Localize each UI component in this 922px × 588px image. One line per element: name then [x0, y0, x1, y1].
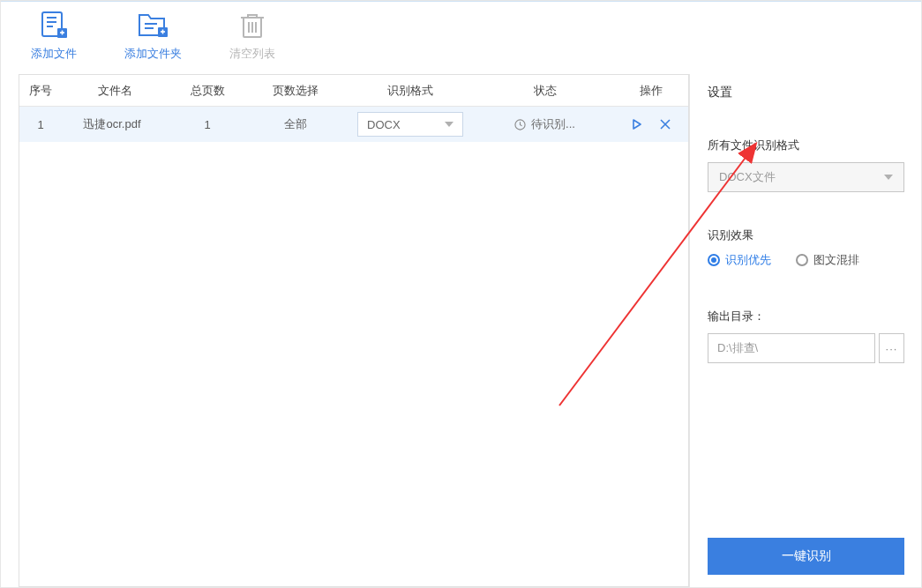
- add-folder-button[interactable]: 添加文件夹: [124, 11, 182, 62]
- cell-format: DOCX: [344, 112, 476, 137]
- th-filename: 文件名: [62, 83, 168, 99]
- effect-radio-group: 识别优先 图文混排: [708, 252, 904, 268]
- add-file-icon: [38, 11, 70, 41]
- add-file-label: 添加文件: [31, 46, 77, 62]
- add-folder-label: 添加文件夹: [124, 46, 182, 62]
- cell-filename: 迅捷ocr.pdf: [62, 116, 168, 132]
- cell-page-select: 全部: [247, 116, 344, 132]
- cell-total-pages: 1: [168, 118, 247, 131]
- th-status: 状态: [476, 83, 613, 99]
- row-format-dropdown[interactable]: DOCX: [357, 112, 463, 137]
- th-index: 序号: [19, 83, 62, 99]
- clear-list-label: 清空列表: [229, 46, 275, 62]
- radio-icon: [708, 254, 720, 266]
- radio-mixed-label: 图文混排: [813, 252, 859, 268]
- add-file-button[interactable]: 添加文件: [27, 11, 80, 62]
- clock-icon: [514, 119, 526, 130]
- th-total-pages: 总页数: [168, 83, 247, 99]
- cell-action: [613, 118, 688, 130]
- play-icon[interactable]: [631, 118, 643, 130]
- table-row[interactable]: 1 迅捷ocr.pdf 1 全部 DOCX 待识别...: [19, 107, 688, 142]
- row-format-value: DOCX: [367, 118, 401, 131]
- radio-priority[interactable]: 识别优先: [708, 252, 771, 268]
- settings-title: 设置: [708, 85, 904, 100]
- radio-priority-label: 识别优先: [725, 252, 771, 268]
- format-dropdown[interactable]: DOCX文件: [708, 162, 904, 192]
- th-format: 识别格式: [344, 83, 476, 99]
- table-header: 序号 文件名 总页数 页数选择 识别格式 状态 操作: [19, 75, 688, 107]
- chevron-down-icon: [884, 175, 893, 180]
- clear-list-button[interactable]: 清空列表: [226, 11, 279, 62]
- output-path-input[interactable]: [708, 333, 875, 363]
- browse-button[interactable]: ···: [879, 333, 904, 363]
- recognize-button[interactable]: 一键识别: [708, 538, 904, 575]
- th-action: 操作: [613, 83, 688, 99]
- effect-label: 识别效果: [708, 227, 904, 243]
- chevron-down-icon: [445, 122, 454, 127]
- format-label: 所有文件识别格式: [708, 138, 904, 153]
- output-label: 输出目录：: [708, 309, 904, 324]
- add-folder-icon: [138, 11, 169, 41]
- file-list-pane: 序号 文件名 总页数 页数选择 识别格式 状态 操作 1 迅捷ocr.pdf 1…: [19, 74, 689, 587]
- cell-index: 1: [19, 118, 62, 131]
- toolbar: 添加文件 添加文件夹 清空列表: [1, 2, 921, 69]
- format-value: DOCX文件: [719, 169, 776, 185]
- file-table: 序号 文件名 总页数 页数选择 识别格式 状态 操作 1 迅捷ocr.pdf 1…: [19, 74, 689, 587]
- th-page-select: 页数选择: [247, 83, 344, 99]
- settings-pane: 设置 所有文件识别格式 DOCX文件 识别效果 识别优先 图文混排 输出目录：: [689, 74, 922, 587]
- trash-icon: [236, 11, 268, 41]
- radio-mixed[interactable]: 图文混排: [796, 252, 859, 268]
- radio-icon: [796, 254, 808, 266]
- close-icon[interactable]: [659, 118, 671, 130]
- status-text: 待识别...: [531, 116, 575, 132]
- cell-status: 待识别...: [476, 116, 613, 132]
